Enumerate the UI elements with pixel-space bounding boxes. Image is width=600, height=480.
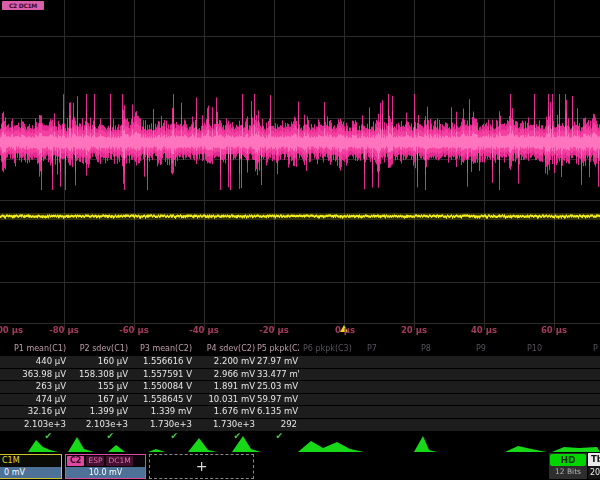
- time-axis-label: -60 µs: [119, 325, 149, 335]
- measurement-header-unused[interactable]: P6 pkpk(C3): [303, 343, 352, 355]
- measurement-value: 1.550084 V: [130, 381, 194, 393]
- measurement-header[interactable]: P5 pkpk(C2): [257, 343, 299, 355]
- measurement-header-unused[interactable]: P10: [527, 343, 542, 355]
- measurement-value: 1.339 mV: [130, 406, 194, 418]
- measurement-value: 167 µV: [68, 394, 130, 406]
- hd-bits-label: 12 Bits: [549, 466, 587, 478]
- hd-badge: HD: [550, 454, 586, 466]
- measurement-value: 440 µV: [0, 356, 68, 368]
- oscilloscope-screen: C2 DC1M 00 µs-80 µs-60 µs-40 µs-20 µs0 µ…: [0, 0, 600, 480]
- time-axis-label: -20 µs: [259, 325, 289, 335]
- time-axis-label: -40 µs: [189, 325, 219, 335]
- measurement-value: 155 µV: [68, 381, 130, 393]
- time-axis-label: 20 µs: [401, 325, 427, 335]
- measurement-header-unused[interactable]: P8: [421, 343, 431, 355]
- time-axis: 00 µs-80 µs-60 µs-40 µs-20 µs0 µs20 µs40…: [0, 325, 600, 338]
- table-row: 2.103e+32.103e+31.730e+31.730e+3292: [0, 418, 600, 431]
- status-check-icon: ✔: [130, 431, 194, 441]
- table-row: P1 mean(C1)P2 sdev(C1)P3 mean(C2)P4 sdev…: [0, 343, 600, 355]
- measurement-value: 2.103e+3: [0, 419, 68, 431]
- measurement-table: P1 mean(C1)P2 sdev(C1)P3 mean(C2)P4 sdev…: [0, 343, 600, 441]
- c1-coupling-label: C1M: [0, 455, 61, 467]
- table-row: 32.16 µV1.399 µV1.339 mV1.676 mV6.135 mV: [0, 405, 600, 418]
- c1-vdiv-value: 0 mV: [0, 467, 61, 478]
- timebase-descriptor[interactable]: Tbase 20.0 µs: [588, 453, 600, 479]
- measurement-value: 2.966 mV: [194, 369, 257, 381]
- measurement-value: 32.16 µV: [0, 406, 68, 418]
- table-row: 263 µV155 µV1.550084 V1.891 mV25.03 mV: [0, 380, 600, 393]
- measurement-value: 25.03 mV: [257, 381, 299, 393]
- time-axis-label: -80 µs: [49, 325, 79, 335]
- channel-descriptor-c1[interactable]: C1M 0 mV: [0, 454, 62, 479]
- time-axis-label: 40 µs: [471, 325, 497, 335]
- measurement-value: 1.730e+3: [130, 419, 194, 431]
- measurement-value: 1.891 mV: [194, 381, 257, 393]
- time-axis-label: 00 µs: [0, 325, 23, 335]
- measurement-value: 160 µV: [68, 356, 130, 368]
- status-check-icon: ✔: [0, 431, 68, 441]
- measurement-value: 6.135 mV: [257, 406, 299, 418]
- status-check-icon: ✔: [194, 431, 257, 441]
- c2-probe-label: ESP: [86, 456, 104, 466]
- plus-icon: +: [196, 458, 208, 474]
- measurement-value: 33.477 mV: [257, 369, 299, 381]
- add-trace-dropzone[interactable]: +: [149, 454, 254, 479]
- measurement-value: 2.103e+3: [68, 419, 130, 431]
- measurement-value: 10.031 mV: [194, 394, 257, 406]
- measurement-value: 474 µV: [0, 394, 68, 406]
- measurement-value: 1.399 µV: [68, 406, 130, 418]
- channel-descriptor-c2[interactable]: C2 ESP DC1M 10.0 mV: [65, 454, 146, 479]
- measurement-value: 27.97 mV: [257, 356, 299, 368]
- measurement-value: 1.558645 V: [130, 394, 194, 406]
- tbase-title: Tbase: [588, 453, 600, 466]
- status-check-icon: ✔: [257, 431, 299, 441]
- table-row: 474 µV167 µV1.558645 V10.031 mV59.97 mV: [0, 393, 600, 406]
- c2-badge: C2: [67, 456, 84, 466]
- c2-vdiv-value: 10.0 mV: [66, 467, 145, 478]
- tbase-value: 20.0 µs: [588, 466, 600, 479]
- measurement-value: 1.676 mV: [194, 406, 257, 418]
- c2-coupling-label: DC1M: [106, 456, 132, 466]
- measurement-value: 158.308 µV: [68, 369, 130, 381]
- time-axis-label: 60 µs: [541, 325, 567, 335]
- measurement-header[interactable]: P4 sdev(C2): [194, 343, 257, 355]
- table-row: 440 µV160 µV1.556616 V2.200 mV27.97 mV: [0, 355, 600, 368]
- measurement-value: 292: [257, 419, 299, 431]
- hd-indicator[interactable]: HD 12 Bits: [549, 453, 587, 479]
- time-axis-label: 0 µs: [335, 325, 355, 335]
- measurement-value: 263 µV: [0, 381, 68, 393]
- table-row: ✔✔✔✔✔: [0, 431, 600, 441]
- measurement-header-unused[interactable]: P: [593, 343, 598, 355]
- status-check-icon: ✔: [68, 431, 130, 441]
- measurement-value: 2.200 mV: [194, 356, 257, 368]
- measurement-value: 59.97 mV: [257, 394, 299, 406]
- table-row: 363.98 µV158.308 µV1.557591 V2.966 mV33.…: [0, 368, 600, 381]
- measurement-value: 1.556616 V: [130, 356, 194, 368]
- measurement-header-unused[interactable]: P9: [476, 343, 486, 355]
- measurement-header[interactable]: P3 mean(C2): [130, 343, 194, 355]
- measurement-header[interactable]: P2 sdev(C1): [68, 343, 130, 355]
- measurement-value: 363.98 µV: [0, 369, 68, 381]
- trace-descriptor-tag[interactable]: C2 DC1M: [2, 1, 44, 10]
- measurement-value: 1.730e+3: [194, 419, 257, 431]
- measurement-header[interactable]: P1 mean(C1): [0, 343, 68, 355]
- measurement-value: 1.557591 V: [130, 369, 194, 381]
- measurement-header-unused[interactable]: P7: [367, 343, 377, 355]
